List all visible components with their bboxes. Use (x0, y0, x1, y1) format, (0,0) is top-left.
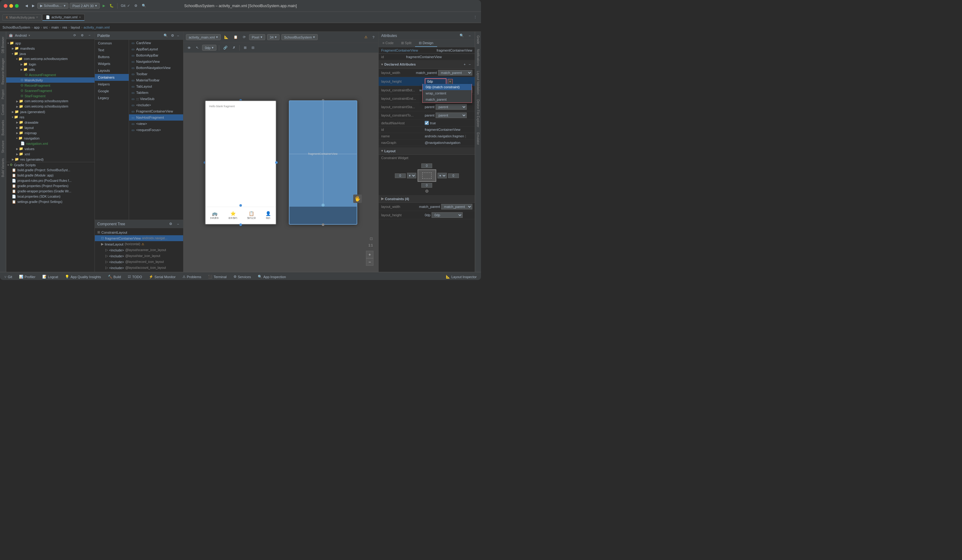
tree-item-account-fragment[interactable]: ⊙ AccountFragment (6, 72, 95, 77)
cat-legacy[interactable]: Legacy (95, 95, 129, 101)
widget-fragmentcontainerview[interactable]: ▭ FragmentContainerView (129, 108, 183, 114)
tree-item-gradle-wrapper[interactable]: 📋 gradle-wrapper.properties (Gradle Wr..… (6, 188, 95, 194)
constraint-bottom-input[interactable] (421, 183, 432, 188)
anchor-middle-2[interactable] (321, 204, 324, 207)
constraint-start-dropdown[interactable]: parent (436, 104, 467, 110)
theme-selector[interactable]: SchoolBusSystem ▾ (281, 34, 318, 40)
comp-constraint-layout[interactable]: ⊞ ConstraintLayout (95, 229, 183, 235)
default-nav-host-checkbox[interactable] (425, 121, 429, 125)
sidebar-tab-structure[interactable]: Structure (1, 138, 5, 156)
tree-item-gradle-props[interactable]: 📋 gradle.properties (Project Properties) (6, 183, 95, 188)
design-view-button[interactable]: 📐 (223, 34, 230, 40)
tab-git[interactable]: ⑂ Git (1, 274, 15, 280)
tab-app-inspection[interactable]: 🔍 App Inspection (255, 274, 289, 280)
settings-button[interactable]: ⚙ (169, 33, 176, 38)
tab-todo[interactable]: ☑ TODO (125, 274, 145, 280)
tree-item-xml[interactable]: ▶ 📁 xml (6, 151, 95, 157)
anchor-bottom-2[interactable] (322, 224, 324, 226)
guidelines-button[interactable]: ⊟ (250, 45, 256, 50)
constraint-to-dropdown[interactable]: parent (436, 113, 467, 118)
bc-app[interactable]: app (34, 26, 39, 29)
comp-linear-layout[interactable]: ▶ linearLayout (horizontal) ⚠ (95, 241, 183, 247)
sidebar-emulator[interactable]: Emulator (476, 130, 480, 147)
tree-item-settings-gradle[interactable]: 📋 settings.gradle (Project Settings) (6, 199, 95, 204)
sidebar-notifications[interactable]: Notifications (476, 47, 480, 68)
widget-bottomappbar[interactable]: ▭ BottomAppBar (129, 52, 183, 58)
search-button[interactable]: 🔍 (140, 3, 148, 8)
tab-layout-inspector[interactable]: 📐 Layout Inspector (443, 274, 480, 280)
sidebar-tab-resource-manager[interactable]: Resource Manager (1, 56, 5, 87)
tree-item-proguard[interactable]: 📄 proguard-rules.pro (ProGuard Rules f..… (6, 178, 95, 183)
bc-layout[interactable]: layout (71, 26, 80, 29)
tree-item-res[interactable]: ▾ 📁 res (6, 114, 95, 120)
comp-include-account[interactable]: ▷ <include> @layout/account_icon_layout (95, 265, 183, 271)
tree-item-drawable[interactable]: ▶ 📁 drawable (6, 120, 95, 125)
tree-item-app[interactable]: ▾ 📁 app (6, 40, 95, 46)
option-match[interactable]: match_parent (423, 97, 472, 103)
sidebar-layout-validation[interactable]: Layout Validation (476, 68, 480, 97)
tab-code[interactable]: ≡ Code (379, 40, 397, 47)
tree-item-star-fragment[interactable]: ⊙ StarFragment (6, 93, 95, 98)
nav-scan[interactable]: 🚌 扫码乘车 (210, 211, 219, 220)
tab-design[interactable]: ⊟ Design (415, 40, 437, 47)
widget-materialtoolbar[interactable]: ▭ MaterialToolbar (129, 77, 183, 83)
sidebar-device-file-explorer[interactable]: Device File Explorer (476, 97, 480, 130)
bc-res[interactable]: res (63, 26, 67, 29)
cat-common[interactable]: Common (95, 40, 129, 47)
cat-helpers[interactable]: Helpers (95, 81, 129, 88)
settings-button[interactable]: ⚙ (133, 3, 139, 8)
sidebar-tab-bookmarks[interactable]: Bookmarks (1, 117, 5, 138)
tree-item-utils[interactable]: ▶ 📁 utils (6, 67, 95, 72)
tree-item-values[interactable]: ▶ 📁 values (6, 146, 95, 151)
minus-icon[interactable]: − (87, 33, 92, 38)
file-selector[interactable]: activity_main.xml ▾ (186, 34, 221, 40)
cat-containers[interactable]: Containers (95, 74, 129, 81)
orientation-button[interactable]: ⟳ (241, 34, 247, 40)
close-icon[interactable]: ✕ (79, 16, 81, 19)
constraint-left-input[interactable] (395, 174, 406, 178)
widget-bottomnavigationview[interactable]: ▭ BottomNavigationView (129, 64, 183, 71)
widget-tablayout[interactable]: ▭ TabLayout (129, 83, 183, 90)
tree-item-java-gen[interactable]: ▶ 📁 java (generated) (6, 109, 95, 114)
cursor-button[interactable]: ↖ (194, 45, 200, 50)
tab-build[interactable]: 🔨 Build (105, 274, 124, 280)
tab-terminal[interactable]: ⬛ Terminal (205, 274, 230, 280)
settings-button[interactable]: ⚙ (168, 221, 174, 227)
help-button[interactable]: ? (371, 35, 376, 40)
sidebar-tab-build-variants[interactable]: Build Variants (1, 156, 5, 180)
warning-button[interactable]: ⚠ (363, 34, 369, 40)
cat-layouts[interactable]: Layouts (95, 67, 129, 74)
device-selector[interactable]: Pixel 2 API 30 ▾ (69, 3, 100, 9)
cursor-tool[interactable]: 🖐 (353, 195, 362, 203)
cat-text[interactable]: Text (95, 47, 129, 53)
anchor-right[interactable] (275, 161, 278, 164)
tree-item-main-activity[interactable]: ⊙ MainActivity (6, 77, 95, 83)
tree-item-navigation-xml[interactable]: 📄 navigation.xml (6, 141, 95, 146)
widget-navigationview[interactable]: ▭ NavigationView (129, 58, 183, 64)
tab-app-quality[interactable]: 💡 App Quality Insights (62, 274, 104, 280)
close-button[interactable] (4, 4, 8, 8)
constraint-right-input[interactable] (448, 174, 459, 178)
option-wrap[interactable]: wrap_content (423, 90, 472, 97)
option-0dp-match[interactable]: 0dp (match constraint) (423, 84, 472, 90)
nav-record[interactable]: 📋 预约记录 (247, 211, 256, 220)
comp-include-star[interactable]: ▷ <include> @layout/star_icon_layout (95, 253, 183, 259)
minus-button[interactable]: − (467, 33, 472, 38)
minus-attribute-button[interactable]: − (467, 62, 472, 67)
zoom-out-button[interactable]: − (366, 258, 373, 266)
tab-split[interactable]: ⊞ Split (397, 40, 415, 47)
sidebar-tab-commit[interactable]: Commit (1, 102, 5, 117)
sidebar-tab-project[interactable]: Project (1, 87, 5, 101)
tab-services[interactable]: ⚙ Services (231, 274, 254, 280)
tab-main-activity[interactable]: K MainActivity.java ✕ (3, 14, 42, 21)
cat-widgets[interactable]: Widgets (95, 60, 129, 67)
widget-viewstub[interactable]: ▭ ::: ViewStub (129, 96, 183, 102)
bottom-layout-height-dropdown[interactable]: 0dp (431, 212, 463, 218)
sidebar-tab-db-browser[interactable]: DB Browser (1, 34, 5, 56)
bc-file[interactable]: activity_main.xml (84, 26, 110, 29)
minimize-button[interactable] (9, 4, 13, 8)
bc-project[interactable]: SchoolBusSystem (3, 26, 30, 29)
widget-appbarlayout[interactable]: ▭ AppBarLayout (129, 46, 183, 52)
debug-button[interactable]: 🐛 (108, 3, 115, 8)
tree-item-navigation[interactable]: ▾ 📁 navigation (6, 135, 95, 141)
